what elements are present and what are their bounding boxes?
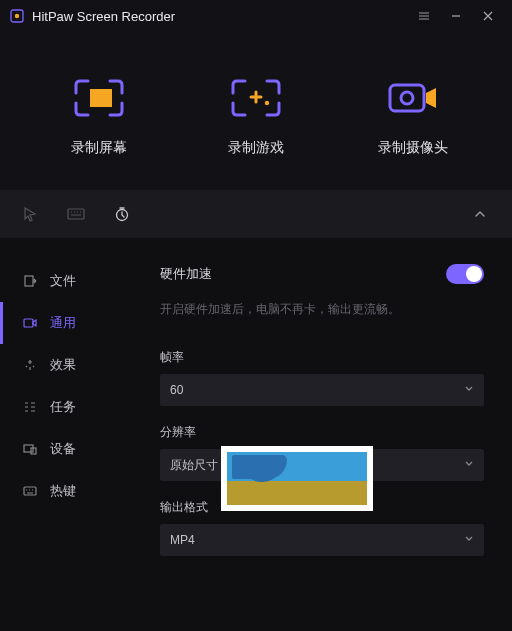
game-record-icon [226, 71, 286, 125]
output-format-select[interactable]: MP4 [160, 524, 484, 556]
mode-record-game[interactable]: 录制游戏 [196, 71, 316, 157]
toolbar [0, 190, 512, 238]
svg-rect-3 [390, 85, 424, 111]
svg-rect-5 [68, 209, 84, 219]
sidebar-item-file[interactable]: 文件 [0, 260, 150, 302]
export-icon [22, 273, 38, 289]
output-format-value: MP4 [170, 533, 195, 547]
mode-record-screen[interactable]: 录制屏幕 [39, 71, 159, 157]
svg-rect-7 [25, 276, 33, 286]
svg-point-2 [265, 100, 269, 104]
resolution-value: 原始尺寸 [170, 457, 218, 474]
cursor-tool-icon[interactable] [20, 204, 40, 224]
mode-label: 录制游戏 [228, 139, 284, 157]
sidebar-item-hotkeys[interactable]: 热键 [0, 470, 150, 512]
sidebar-item-devices[interactable]: 设备 [0, 428, 150, 470]
sidebar-item-tasks[interactable]: 任务 [0, 386, 150, 428]
screen-record-icon [69, 71, 129, 125]
svg-point-1 [15, 14, 19, 18]
framerate-select[interactable]: 60 [160, 374, 484, 406]
app-logo-icon [10, 9, 24, 23]
app-title: HitPaw Screen Recorder [32, 9, 175, 24]
sparkle-icon [22, 357, 38, 373]
chevron-down-icon [464, 458, 474, 472]
minimize-button[interactable] [442, 2, 470, 30]
keyboard-tool-icon[interactable] [66, 204, 86, 224]
sidebar-item-label: 文件 [50, 272, 76, 290]
mode-label: 录制屏幕 [71, 139, 127, 157]
sidebar-item-label: 效果 [50, 356, 76, 374]
framerate-label: 帧率 [160, 349, 484, 366]
svg-point-4 [401, 92, 413, 104]
framerate-value: 60 [170, 383, 183, 397]
hardware-accel-toggle[interactable] [446, 264, 484, 284]
thumbnail-image [227, 452, 367, 505]
settings-sidebar: 文件 通用 效果 任务 设备 [0, 238, 150, 631]
svg-rect-8 [24, 319, 33, 327]
collapse-panel-button[interactable] [468, 202, 492, 226]
hardware-accel-desc: 开启硬件加速后，电脑不再卡，输出更流畅。 [160, 300, 484, 319]
svg-rect-11 [24, 487, 36, 495]
resolution-label: 分辨率 [160, 424, 484, 441]
devices-icon [22, 441, 38, 457]
keyboard-icon [22, 483, 38, 499]
sidebar-item-label: 任务 [50, 398, 76, 416]
sidebar-item-label: 设备 [50, 440, 76, 458]
sidebar-item-effects[interactable]: 效果 [0, 344, 150, 386]
webcam-record-icon [383, 71, 443, 125]
mode-row: 录制屏幕 录制游戏 录制摄像头 [0, 32, 512, 190]
preview-thumbnail[interactable] [221, 446, 373, 511]
tasks-icon [22, 399, 38, 415]
settings-panel: 硬件加速 开启硬件加速后，电脑不再卡，输出更流畅。 帧率 60 分辨率 原始尺寸… [150, 238, 512, 631]
mode-record-webcam[interactable]: 录制摄像头 [353, 71, 473, 157]
mode-label: 录制摄像头 [378, 139, 448, 157]
chevron-down-icon [464, 383, 474, 397]
sidebar-item-label: 热键 [50, 482, 76, 500]
camera-icon [22, 315, 38, 331]
timer-tool-icon[interactable] [112, 204, 132, 224]
hardware-accel-label: 硬件加速 [160, 265, 212, 283]
close-button[interactable] [474, 2, 502, 30]
sidebar-item-label: 通用 [50, 314, 76, 332]
titlebar: HitPaw Screen Recorder [0, 0, 512, 32]
chevron-down-icon [464, 533, 474, 547]
sidebar-item-general[interactable]: 通用 [0, 302, 150, 344]
menu-button[interactable] [410, 2, 438, 30]
